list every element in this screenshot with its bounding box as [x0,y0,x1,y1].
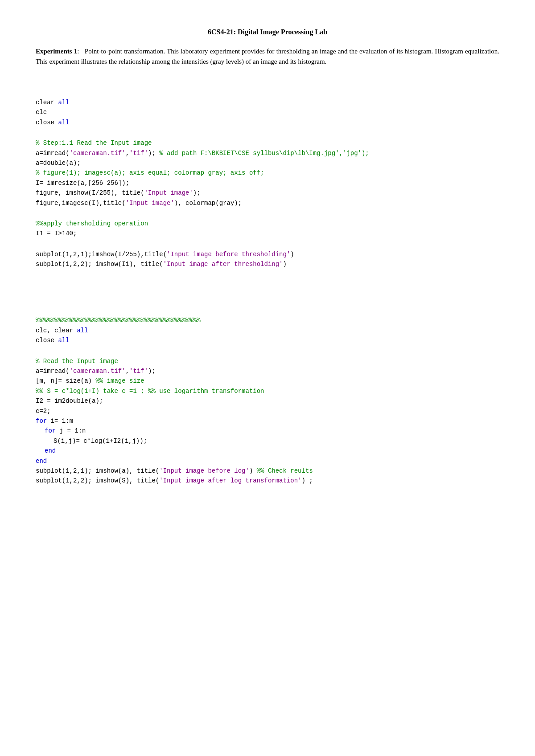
code-comment: %%%%%%%%%%%%%%%%%%%%%%%%%%%%%%%%%%%%%%%%… [36,315,499,325]
code-line: S(i,j)= c*log(1+I2(i,j)); [54,436,499,446]
code-section-4: subplot(1,2,1);imshow(I/255),title('Inpu… [36,249,499,270]
code-line: figure, imshow(I/255), title('Input imag… [36,188,499,198]
intro-paragraph: Experiments 1: Point-to-point transforma… [36,46,499,66]
code-line: clear all [36,98,499,107]
code-line: a=double(a); [36,158,499,168]
code-line: figure,imagesc(I),title('Input image'), … [36,198,499,208]
code-line: clc [36,107,499,117]
code-line: %% S = c*log(1+I) take c =1 ; %% use log… [36,386,499,396]
code-line: subplot(1,2,2); imshow(S), title('Input … [36,476,499,486]
code-comment: % figure(1); imagesc(a); axis equal; col… [36,168,499,178]
code-line: I2 = im2double(a); [36,396,499,406]
code-section-6: % Read the Input image a=imread('cameram… [36,356,499,486]
code-comment: %%apply thersholding operation [36,219,499,229]
code-section-3: %%apply thersholding operation I1 = I>14… [36,219,499,239]
code-comment: % Step:1.1 Read the Input image [36,138,499,148]
code-section-5: %%%%%%%%%%%%%%%%%%%%%%%%%%%%%%%%%%%%%%%%… [36,315,499,345]
code-line: end [36,456,499,466]
page-title: 6CS4-21: Digital Image Processing Lab [36,27,499,37]
experiment-label: Experiments 1 [36,48,77,55]
code-line: clc, clear all [36,326,499,335]
code-line: subplot(1,2,2); imshow(I1), title('Input… [36,259,499,269]
code-section-1: clear all clc close all [36,98,499,127]
code-line: close all [36,118,499,127]
code-line: [m, n]= size(a) %% image size [36,376,499,386]
code-line: a=imread('cameraman.tif','tif'); [36,366,499,376]
code-line: I1 = I>140; [36,229,499,238]
code-line: for j = 1:n [45,426,499,436]
code-line: I= imresize(a,[256 256]); [36,178,499,188]
code-line: a=imread('cameraman.tif','tif'); % add p… [36,148,499,158]
code-line: subplot(1,2,1);imshow(I/255),title('Inpu… [36,249,499,259]
code-line: end [45,446,499,456]
code-comment: % Read the Input image [36,356,499,366]
code-line: subplot(1,2,1); imshow(a), title('Input … [36,466,499,476]
code-line: close all [36,335,499,345]
code-line: for i= 1:m [36,416,499,426]
code-section-2: % Step:1.1 Read the Input image a=imread… [36,138,499,208]
code-line: c=2; [36,406,499,416]
